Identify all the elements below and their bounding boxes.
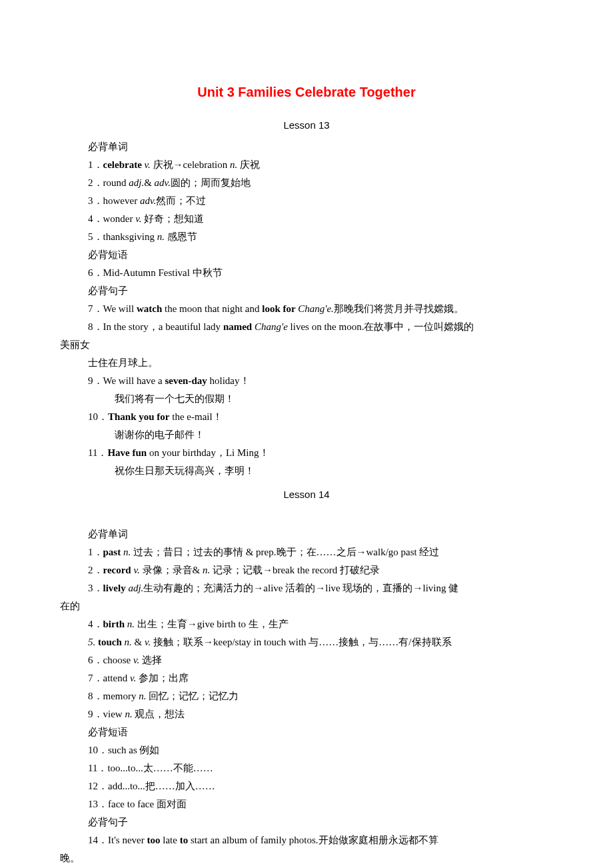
text: n. [127, 619, 137, 629]
line-item: 3．lively adj.生动有趣的；充满活力的→alive 活着的→live … [60, 579, 553, 597]
text: v. [133, 655, 142, 665]
line-item: 13．face to face 面对面 [60, 795, 553, 813]
line-item: 9．view n. 观点，想法 [60, 705, 553, 723]
text: 6．choose [88, 655, 133, 665]
text: 生动有趣的；充满活力的→alive 活着的→live 现场的，直播的→livin… [143, 583, 458, 593]
text: 圆的；周而复始地 [171, 177, 251, 188]
section-label-sentence: 必背句子 [60, 282, 553, 300]
line-item: 6．Mid-Autumn Festival 中秋节 [60, 264, 553, 282]
line-item: 7．We will watch the moon that night and … [60, 300, 553, 318]
line-wrap: 晚。 [60, 849, 553, 867]
text: 5．thanksgiving [88, 231, 157, 242]
text: lively [103, 583, 129, 593]
text: 7．We will [88, 303, 137, 314]
text: adv. [140, 195, 156, 206]
text: seven-day [165, 375, 207, 386]
text: 14．It's never [88, 835, 147, 845]
text: the e-mail！ [170, 411, 223, 422]
text: 过去；昔日；过去的事情 & prep.晚于；在……之后→walk/go past… [133, 547, 440, 557]
line-item: 2．record v. 录像；录音& n. 记录；记载→break the re… [60, 561, 553, 579]
text: 录像；录音& [143, 565, 203, 575]
text: to [180, 835, 189, 845]
text: 5. [88, 637, 98, 647]
text: 好奇；想知道 [144, 213, 204, 224]
text: late [161, 835, 180, 845]
line-item: 7．attend v. 参加；出席 [60, 669, 553, 687]
text: 7．attend [88, 673, 130, 683]
line-item: 3．however adv.然而；不过 [60, 192, 553, 210]
line-item: 11．too...to...太……不能…… [60, 759, 553, 777]
text: 10． [88, 411, 108, 422]
text: record [103, 565, 134, 575]
line-item: 8．In the story，a beautiful lady named Ch… [60, 318, 553, 336]
line-item: 14．It's never too late to start an album… [60, 831, 553, 849]
text: past [103, 547, 123, 557]
text: 8．In the story，a beautiful lady [88, 321, 223, 332]
line-translation: 谢谢你的电子邮件！ [60, 426, 553, 444]
line-item: 12．add...to...把……加入…… [60, 777, 553, 795]
text: 庆祝 [240, 159, 260, 170]
line-item: 11．Have fun on your birthday，Li Ming！ [60, 444, 553, 462]
text: touch [98, 637, 125, 647]
text: Have fun [107, 447, 147, 458]
page-number: 1 [548, 864, 553, 868]
text: v. [135, 213, 144, 224]
line-translation: 祝你生日那天玩得高兴，李明！ [60, 462, 553, 480]
text: 感恩节 [167, 231, 197, 242]
text: n. [125, 709, 135, 719]
section-label-phrase: 必背短语 [60, 246, 553, 264]
text: start an album of family photos.开始做家庭相册永… [188, 835, 438, 845]
text: 4．wonder [88, 213, 135, 224]
unit-title: Unit 3 Families Celebrate Together [60, 80, 553, 104]
text: lives on the moon.在故事中，一位叫嫦娥的 [288, 321, 474, 332]
text: 回忆；记忆；记忆力 [149, 691, 239, 701]
text: 1． [88, 547, 103, 557]
line-wrap: 美丽女 [60, 336, 553, 354]
text: adv. [155, 177, 171, 188]
line-item: 2．round adj.& adv.圆的；周而复始地 [60, 174, 553, 192]
text: 9．view [88, 709, 125, 719]
section-label-vocab: 必背单词 [60, 525, 553, 543]
text: 参加；出席 [139, 673, 189, 683]
lesson-13-header: Lesson 13 [60, 116, 553, 134]
lesson-14-content: 必背单词 1．past n. 过去；昔日；过去的事情 & prep.晚于；在……… [60, 525, 553, 867]
text: the moon that night and [162, 303, 262, 314]
text: 2．round [88, 177, 129, 188]
line-item: 5. touch n. & v. 接触；联系→keep/stay in touc… [60, 633, 553, 651]
text: n. [125, 637, 135, 647]
text: 11． [88, 447, 107, 458]
text: v. [133, 565, 142, 575]
document-page: Unit 3 Families Celebrate Together Lesso… [0, 0, 613, 868]
line-item: 5．thanksgiving n. 感恩节 [60, 228, 553, 246]
text: watch [137, 303, 162, 314]
text: named [223, 321, 255, 332]
line-item: 4．wonder v. 好奇；想知道 [60, 210, 553, 228]
line-item: 10．such as 例如 [60, 741, 553, 759]
text: adj. [128, 583, 143, 593]
text: & [144, 177, 154, 188]
text: n. [230, 159, 240, 170]
text: v. [145, 159, 153, 170]
line-item: 4．birth n. 出生；生育→give birth to 生，生产 [60, 615, 553, 633]
text: 然而；不过 [156, 195, 206, 206]
text: 选择 [142, 655, 162, 665]
text: 出生；生育→give birth to 生，生产 [137, 619, 289, 629]
text: 3． [88, 583, 103, 593]
text: 3．however [88, 195, 140, 206]
text: n. [139, 691, 149, 701]
line-item: 10．Thank you for the e-mail！ [60, 408, 553, 426]
text: n. [203, 565, 213, 575]
text: holiday！ [207, 375, 250, 386]
section-label-vocab: 必背单词 [60, 138, 553, 156]
text: v. [145, 637, 153, 647]
text: v. [130, 673, 139, 683]
text: 1． [88, 159, 103, 170]
text: adj. [129, 177, 144, 188]
text: 记录；记载→break the record 打破纪录 [213, 565, 380, 575]
text: too [147, 835, 161, 845]
section-label-sentence: 必背句子 [60, 813, 553, 831]
line-item: 6．choose v. 选择 [60, 651, 553, 669]
text: Chang'e. [298, 303, 334, 314]
text: birth [103, 619, 127, 629]
text: n. [123, 547, 133, 557]
